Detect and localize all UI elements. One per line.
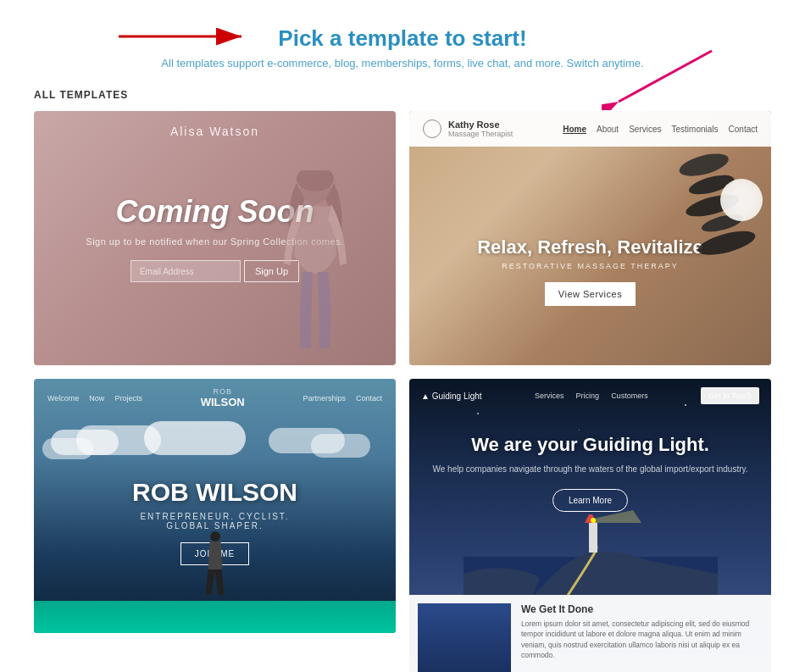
rob-nav-center: ROB WILSON — [201, 387, 245, 408]
rob-nav-left: Welcome Now Projects — [47, 394, 142, 403]
template-card-rob-wilson[interactable]: Welcome Now Projects ROB WILSON Partners… — [34, 379, 396, 633]
massage-nav: Kathy Rose Massage Therapist Home About … — [409, 111, 771, 147]
bottom-text: Lorem ipsum dolor sit amet, consectetur … — [521, 619, 763, 660]
guiding-subtitle: We help companies navigate through the w… — [418, 463, 763, 475]
nav-link-testimonials[interactable]: Testimonials — [672, 125, 719, 134]
nav-link-home[interactable]: Home — [563, 125, 586, 134]
bottom-text-content: We Get It Done Lorem ipsum dolor sit ame… — [521, 603, 763, 660]
massage-nav-links: Home About Services Testimonials Contact — [563, 125, 758, 134]
rob-nav: Welcome Now Projects ROB WILSON Partners… — [34, 379, 396, 417]
svg-point-10 — [591, 518, 596, 523]
rob-nav-name-top: ROB — [201, 387, 245, 396]
arrow-right-icon — [602, 42, 720, 110]
massage-subtitle: RESTORATIVE MASSAGE THERAPY — [409, 262, 771, 270]
email-input[interactable] — [130, 260, 241, 282]
guiding-title: We are your Guiding Light. — [418, 434, 763, 456]
rob-nav-name: WILSON — [201, 396, 245, 408]
nav-link-services[interactable]: Services — [629, 125, 661, 134]
page-title: Pick a template to start! — [278, 25, 526, 52]
arrow-left-icon — [119, 24, 254, 49]
nav-pricing[interactable]: Pricing — [576, 392, 600, 400]
nav-customers[interactable]: Customers — [611, 392, 648, 400]
logo-subtitle: Massage Therapist — [448, 130, 513, 138]
guiding-logo: ▲ Guiding Light — [421, 392, 482, 401]
clouds — [34, 421, 396, 523]
template-card-guiding-light[interactable]: ▲ Guiding Light Services Pricing Custome… — [409, 379, 771, 672]
bottom-panel: We Get It Done Lorem ipsum dolor sit ame… — [409, 595, 771, 672]
rob-ground — [34, 601, 396, 633]
nav-partnerships[interactable]: Partnerships — [303, 394, 346, 403]
nav-link-contact[interactable]: Contact — [729, 125, 758, 134]
svg-point-6 — [210, 531, 220, 541]
nav-link-about[interactable]: About — [597, 125, 619, 134]
templates-grid: Alisa Watson Coming Soon Sign up to be n… — [34, 111, 771, 672]
rob-person-silhouette — [200, 531, 230, 603]
nav-contact[interactable]: Contact — [356, 394, 382, 403]
person-silhouette — [260, 170, 370, 365]
nav-now[interactable]: Now — [89, 394, 104, 403]
bottom-thumbnail — [418, 603, 511, 672]
get-in-touch-button[interactable]: Get In Touch — [701, 387, 759, 404]
flower-decoration — [720, 179, 763, 221]
rob-nav-right: Partnerships Contact — [303, 394, 382, 403]
nav-welcome[interactable]: Welcome — [47, 394, 79, 403]
svg-line-3 — [619, 51, 712, 102]
page-header: Pick a template to start! All templates … — [34, 17, 771, 74]
massage-logo: Kathy Rose Massage Therapist — [423, 119, 513, 138]
nav-projects[interactable]: Projects — [114, 394, 142, 403]
guiding-nav: ▲ Guiding Light Services Pricing Custome… — [409, 379, 771, 413]
lighthouse-scene — [464, 506, 718, 599]
template-author-name: Alisa Watson — [170, 125, 259, 138]
guiding-nav-links: Services Pricing Customers — [535, 392, 648, 400]
template-card-massage[interactable]: Kathy Rose Massage Therapist Home About … — [409, 111, 771, 365]
massage-cta-button[interactable]: View Services — [545, 282, 636, 306]
svg-rect-8 — [589, 523, 597, 553]
logo-name: Kathy Rose — [448, 119, 513, 130]
logo-circle — [423, 119, 441, 138]
bottom-title: We Get It Done — [521, 603, 763, 615]
template-card-coming-soon[interactable]: Alisa Watson Coming Soon Sign up to be n… — [34, 111, 396, 365]
nav-services[interactable]: Services — [535, 392, 564, 400]
